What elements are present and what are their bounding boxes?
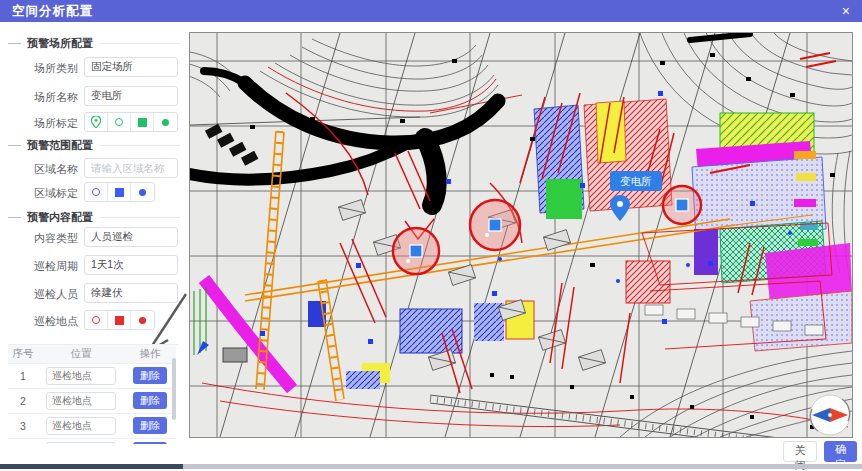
- map-drawing: 变电所: [190, 33, 852, 437]
- scrollbar-thumb[interactable]: [0, 464, 183, 469]
- region-name-input[interactable]: [84, 158, 178, 178]
- table-row: 3 删除: [8, 413, 176, 438]
- section-rule: [99, 217, 180, 218]
- patrol-points-label: 巡检地点: [8, 314, 78, 329]
- place-mark-label: 场所标定: [8, 116, 78, 131]
- section-content-title: 预警内容配置: [27, 210, 93, 225]
- section-rule: [99, 43, 180, 44]
- point-location-input[interactable]: [46, 442, 116, 445]
- close-button[interactable]: 关闭: [783, 441, 817, 462]
- section-content: 预警内容配置: [8, 210, 180, 224]
- row-index: 4: [8, 438, 38, 444]
- table-header-row: 序号 位置 操作: [8, 345, 176, 363]
- table-row: 4 删除: [8, 438, 176, 444]
- col-header-action: 操作: [124, 345, 176, 363]
- point-location-input[interactable]: [46, 392, 116, 410]
- patrol-points-toolbar: [84, 310, 155, 330]
- delete-button[interactable]: 删除: [133, 442, 167, 444]
- circle-outline-icon[interactable]: [108, 113, 131, 131]
- circle-outline-icon[interactable]: [85, 311, 108, 329]
- patrol-cycle-input[interactable]: [84, 255, 178, 275]
- dot-icon[interactable]: [131, 183, 154, 201]
- pin-icon[interactable]: [85, 113, 108, 131]
- table-row: 1 删除: [8, 363, 176, 388]
- row-index: 2: [8, 388, 38, 413]
- table-scrollbar[interactable]: [172, 358, 176, 420]
- col-header-location: 位置: [38, 345, 124, 363]
- row-index: 1: [8, 363, 38, 388]
- collapse-dash-icon[interactable]: [8, 43, 21, 44]
- region-mark-label: 区域标定: [8, 186, 78, 201]
- delete-button[interactable]: 删除: [133, 417, 167, 434]
- square-icon[interactable]: [108, 311, 131, 329]
- section-range-title: 预警范围配置: [27, 138, 93, 153]
- region-mark-toolbar: [84, 182, 155, 202]
- section-place-title: 预警场所配置: [27, 36, 93, 51]
- circle-outline-icon[interactable]: [85, 183, 108, 201]
- point-location-input[interactable]: [46, 367, 116, 385]
- delete-button[interactable]: 删除: [133, 367, 167, 384]
- col-header-no: 序号: [8, 345, 38, 363]
- confirm-button[interactable]: 确定: [824, 441, 857, 462]
- dot-icon[interactable]: [154, 113, 177, 131]
- place-mark-toolbar: [84, 112, 178, 132]
- patrol-cycle-label: 巡检周期: [8, 259, 78, 274]
- table-row: 2 删除: [8, 388, 176, 413]
- place-type-input[interactable]: [84, 57, 178, 77]
- horizontal-scrollbar[interactable]: [0, 464, 862, 469]
- dialog-title: 空间分析配置: [12, 3, 93, 20]
- collapse-dash-icon[interactable]: [8, 217, 21, 218]
- substation-marker-label: 变电所: [620, 175, 652, 187]
- collapse-dash-icon[interactable]: [8, 145, 21, 146]
- spatial-analysis-dialog: 空间分析配置 × 预警场所配置 场所类别 场所名称 场所标定 预警范围配置 区域…: [0, 0, 862, 471]
- square-icon[interactable]: [131, 113, 154, 131]
- section-range: 预警范围配置: [8, 138, 180, 152]
- patrol-person-input[interactable]: [84, 283, 178, 303]
- delete-button[interactable]: 删除: [133, 392, 167, 409]
- map-canvas[interactable]: 变电所: [190, 33, 852, 437]
- square-icon[interactable]: [108, 183, 131, 201]
- content-type-input[interactable]: [84, 227, 178, 247]
- dialog-titlebar: 空间分析配置 ×: [0, 0, 862, 22]
- section-rule: [99, 145, 180, 146]
- patrol-points-table: 序号 位置 操作 1 删除 2 删除 3 删除 4 删除: [8, 344, 178, 444]
- point-location-input[interactable]: [46, 417, 116, 435]
- place-name-input[interactable]: [84, 86, 178, 106]
- content-type-label: 内容类型: [8, 231, 78, 246]
- patrol-person-label: 巡检人员: [8, 287, 78, 302]
- dot-icon[interactable]: [131, 311, 154, 329]
- region-name-label: 区域名称: [8, 162, 78, 177]
- section-place: 预警场所配置: [8, 36, 180, 50]
- site-plan-map[interactable]: 变电所: [189, 32, 853, 438]
- row-index: 3: [8, 413, 38, 438]
- compass-icon[interactable]: [810, 395, 850, 435]
- close-icon[interactable]: ×: [842, 4, 850, 18]
- place-name-label: 场所名称: [8, 90, 78, 105]
- place-type-label: 场所类别: [8, 61, 78, 76]
